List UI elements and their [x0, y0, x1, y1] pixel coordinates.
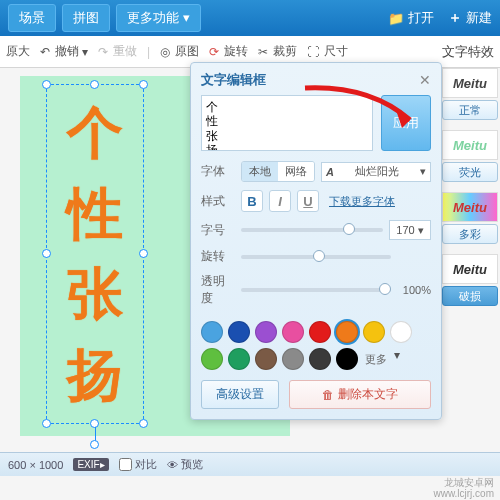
effect-item[interactable]: Meitu荧光	[440, 130, 500, 182]
resize-handle[interactable]	[139, 419, 148, 428]
exif-button[interactable]: EXIF▸	[73, 458, 108, 471]
effect-preview: Meitu	[442, 192, 498, 222]
crop-button[interactable]: ✂裁剪	[258, 43, 297, 60]
compare-checkbox[interactable]: 对比	[119, 457, 157, 472]
color-swatch[interactable]	[228, 321, 250, 343]
effect-item[interactable]: Meitu破损	[440, 254, 500, 306]
color-swatch[interactable]	[255, 321, 277, 343]
chevron-down-icon: ▾	[82, 45, 88, 59]
resize-handle[interactable]	[42, 249, 51, 258]
slider-thumb[interactable]	[343, 223, 355, 235]
color-swatch[interactable]	[336, 321, 358, 343]
new-button[interactable]: ＋新建	[448, 9, 492, 27]
effect-preview: Meitu	[442, 68, 498, 98]
more-colors-link[interactable]: 更多	[365, 352, 387, 367]
size-button[interactable]: ⛶尺寸	[307, 43, 348, 60]
open-button[interactable]: 📁打开	[388, 9, 434, 27]
effect-button-colorful[interactable]: 多彩	[442, 224, 498, 244]
color-swatch[interactable]	[255, 348, 277, 370]
opacity-slider[interactable]	[241, 288, 391, 292]
text-edit-panel: 文字编辑框 ✕ 应用 字体 本地 网络 A灿烂阳光▾ 样式 B I U 下载更多…	[190, 62, 442, 420]
zoom-label[interactable]: 原大	[6, 43, 30, 60]
color-swatch[interactable]	[363, 321, 385, 343]
font-label: 字体	[201, 163, 235, 180]
size-slider[interactable]	[241, 228, 383, 232]
status-bar: 600 × 1000 EXIF▸ 对比 👁预览	[0, 452, 500, 476]
apply-button[interactable]: 应用	[381, 95, 431, 151]
resize-handle[interactable]	[42, 80, 51, 89]
effect-item[interactable]: Meitu多彩	[440, 192, 500, 244]
style-label: 样式	[201, 193, 235, 210]
resize-handle[interactable]	[42, 419, 51, 428]
color-swatch[interactable]	[390, 321, 412, 343]
advanced-button[interactable]: 高级设置	[201, 380, 279, 409]
effect-preview: Meitu	[442, 130, 498, 160]
color-swatch[interactable]	[336, 348, 358, 370]
target-icon: ◎	[160, 45, 170, 59]
preview-button[interactable]: 👁预览	[167, 457, 203, 472]
color-swatch[interactable]	[309, 321, 331, 343]
top-menu-bar: 场景 拼图 更多功能 ▾ 📁打开 ＋新建	[0, 0, 500, 36]
effect-button-broken[interactable]: 破损	[442, 286, 498, 306]
original-button[interactable]: ◎原图	[160, 43, 199, 60]
tab-collage[interactable]: 拼图	[62, 4, 110, 32]
redo-icon: ↷	[98, 45, 108, 59]
color-swatch[interactable]	[201, 348, 223, 370]
effect-preview: Meitu	[442, 254, 498, 284]
slider-thumb[interactable]	[313, 250, 325, 262]
font-tab-local[interactable]: 本地	[242, 162, 278, 181]
opacity-value: 100%	[397, 284, 431, 296]
more-fonts-link[interactable]: 下载更多字体	[329, 194, 395, 209]
resize-handle[interactable]	[90, 80, 99, 89]
underline-button[interactable]: U	[297, 190, 319, 212]
scissors-icon: ✂	[258, 45, 268, 59]
effect-item[interactable]: Meitu正常	[440, 68, 500, 120]
redo-button[interactable]: ↷重做	[98, 43, 137, 60]
delete-text-button[interactable]: 🗑删除本文字	[289, 380, 431, 409]
effect-button-normal[interactable]: 正常	[442, 100, 498, 120]
eye-icon: 👁	[167, 459, 178, 471]
rotate-slider[interactable]	[241, 255, 391, 259]
text-char: 性	[67, 186, 123, 242]
chevron-down-icon: ▾	[394, 348, 400, 370]
folder-icon: 📁	[388, 11, 404, 26]
opacity-label: 透明度	[201, 273, 235, 307]
color-swatch[interactable]	[309, 348, 331, 370]
tab-scene[interactable]: 场景	[8, 4, 56, 32]
italic-button[interactable]: I	[269, 190, 291, 212]
watermark: 龙城安卓网 www.lcjrj.com	[433, 476, 494, 500]
text-input[interactable]	[201, 95, 373, 151]
texteffect-label[interactable]: 文字特效	[442, 43, 494, 61]
chevron-down-icon: ▾	[420, 165, 426, 178]
rotate-button[interactable]: ⟳旋转	[209, 43, 248, 60]
trash-icon: 🗑	[322, 388, 334, 402]
resize-handle[interactable]	[139, 249, 148, 258]
color-swatches: 更多▾	[201, 315, 431, 374]
rotate-icon: ⟳	[209, 45, 219, 59]
size-label: 字号	[201, 222, 235, 239]
close-icon[interactable]: ✕	[419, 72, 431, 88]
undo-icon: ↶	[40, 45, 50, 59]
font-source-tabs[interactable]: 本地 网络	[241, 161, 315, 182]
ruler-icon: ⛶	[307, 45, 319, 59]
text-char: 个	[67, 105, 123, 161]
size-value[interactable]: 170 ▾	[389, 220, 431, 240]
color-swatch[interactable]	[282, 321, 304, 343]
color-swatch[interactable]	[228, 348, 250, 370]
plus-icon: ＋	[448, 9, 462, 27]
slider-thumb[interactable]	[379, 283, 391, 295]
text-char: 张	[67, 266, 123, 322]
effect-sidebar: Meitu正常 Meitu荧光 Meitu多彩 Meitu破损	[440, 68, 500, 306]
rotate-handle[interactable]	[90, 440, 99, 449]
resize-handle[interactable]	[139, 80, 148, 89]
tab-more[interactable]: 更多功能 ▾	[116, 4, 201, 32]
undo-button[interactable]: ↶撤销▾	[40, 43, 88, 60]
font-select[interactable]: A灿烂阳光▾	[321, 162, 431, 182]
font-tab-net[interactable]: 网络	[278, 162, 314, 181]
effect-button-glow[interactable]: 荧光	[442, 162, 498, 182]
color-swatch[interactable]	[282, 348, 304, 370]
rotate-label: 旋转	[201, 248, 235, 265]
color-swatch[interactable]	[201, 321, 223, 343]
text-object[interactable]: 个 性 张 扬	[46, 84, 144, 424]
bold-button[interactable]: B	[241, 190, 263, 212]
